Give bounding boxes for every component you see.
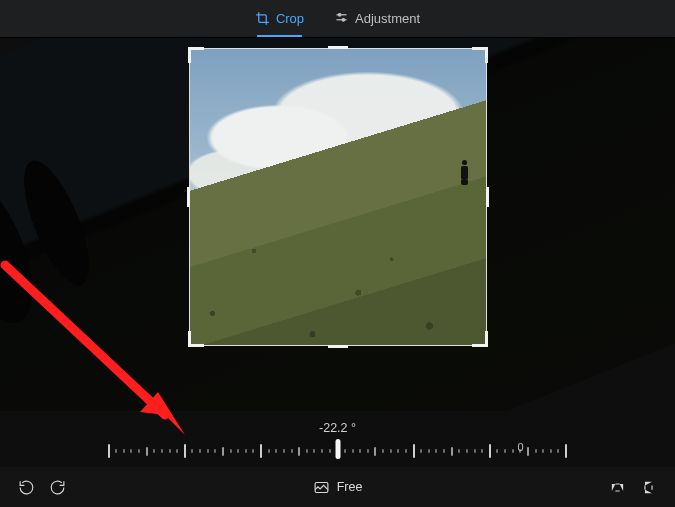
rotation-angle-readout: -22.2 ° xyxy=(0,421,675,435)
tab-crop[interactable]: Crop xyxy=(251,0,308,37)
crop-handle-bottom-right[interactable] xyxy=(485,331,488,347)
tab-adjustment-label: Adjustment xyxy=(355,11,420,26)
ruler-knob[interactable] xyxy=(335,439,340,459)
flip-vertical-icon xyxy=(640,479,657,496)
crop-handle-top-right[interactable] xyxy=(485,47,488,63)
flip-horizontal-icon xyxy=(609,479,626,496)
sliders-icon xyxy=(334,11,349,26)
crop-border xyxy=(189,48,487,346)
ruler-zero-label: 0 xyxy=(517,441,523,453)
tab-crop-label: Crop xyxy=(276,11,304,26)
crop-handle-right[interactable] xyxy=(486,187,489,207)
svg-point-1 xyxy=(338,14,341,17)
rotate-cw-button[interactable] xyxy=(49,479,66,496)
rotate-ccw-icon xyxy=(18,479,35,496)
mode-tabbar: Crop Adjustment xyxy=(0,0,675,38)
aspect-ratio-button[interactable]: Free xyxy=(313,479,363,496)
aspect-ratio-icon xyxy=(313,479,330,496)
straighten-ruler[interactable]: 0 xyxy=(108,437,568,463)
crop-handle-top-left[interactable] xyxy=(188,47,191,63)
aspect-ratio-label: Free xyxy=(337,480,363,494)
svg-point-3 xyxy=(342,19,345,22)
crop-handle-left[interactable] xyxy=(187,187,190,207)
rotate-cw-icon xyxy=(49,479,66,496)
crop-handle-top[interactable] xyxy=(328,46,348,49)
crop-handle-bottom[interactable] xyxy=(328,345,348,348)
crop-rectangle[interactable] xyxy=(189,48,487,346)
rotate-ccw-button[interactable] xyxy=(18,479,35,496)
tab-adjustment[interactable]: Adjustment xyxy=(330,0,424,37)
photo-canvas[interactable] xyxy=(0,38,675,411)
flip-vertical-button[interactable] xyxy=(640,479,657,496)
flip-horizontal-button[interactable] xyxy=(609,479,626,496)
crop-icon xyxy=(255,11,270,26)
crop-toolbar: Free xyxy=(0,467,675,507)
crop-handle-bottom-left[interactable] xyxy=(188,331,191,347)
